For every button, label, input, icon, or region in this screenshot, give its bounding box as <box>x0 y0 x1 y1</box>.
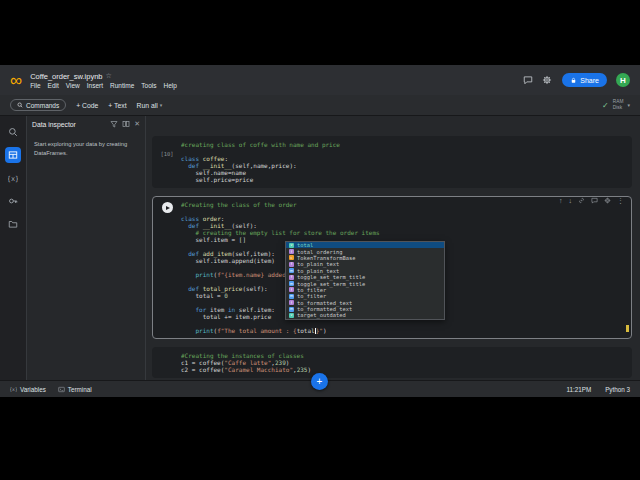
add-text-button[interactable]: + Text <box>108 102 126 109</box>
rail-item-secrets[interactable] <box>5 193 21 209</box>
completion-kind-icon: m <box>289 281 294 286</box>
menu-file[interactable]: File <box>30 82 40 89</box>
completion-kind-icon: c <box>289 255 294 260</box>
app-header: ∞ Coffe_order_sw.ipynb ☆ FileEditViewIns… <box>0 65 640 95</box>
resources-chevron-down-icon[interactable]: ▾ <box>627 102 630 108</box>
arrow-down-icon[interactable]: ↓ <box>569 197 573 204</box>
svg-text:{x}: {x} <box>8 175 18 183</box>
scroll-marker <box>626 325 629 332</box>
toolbar-right: ✓ RAM Disk ▾ <box>602 99 630 110</box>
close-panel-icon[interactable]: ✕ <box>134 120 140 128</box>
title-block: Coffe_order_sw.ipynb ☆ FileEditViewInser… <box>30 72 177 89</box>
clock-time: 11:21PM <box>566 386 591 393</box>
variable-inspector-icon: {x} <box>8 173 18 183</box>
left-rail: {x} <box>0 116 26 380</box>
code-cell-1[interactable]: [10]#creating class of coffe with name a… <box>152 136 632 188</box>
add-code-button[interactable]: + Code <box>76 102 98 109</box>
cell-gutter <box>153 352 181 373</box>
notebook-toolbar: Commands + Code + Text Run all ▾ ✓ RAM D… <box>0 95 640 116</box>
menu-help[interactable]: Help <box>163 82 176 89</box>
avatar[interactable]: H <box>616 73 630 87</box>
completion-kind-icon: f <box>289 300 294 305</box>
braces-icon: {x} <box>10 386 17 393</box>
cell-gutter: [10] <box>153 141 181 183</box>
menu-edit[interactable]: Edit <box>48 82 59 89</box>
rail-item-search[interactable] <box>5 124 21 140</box>
settings-gear-icon[interactable] <box>542 75 552 85</box>
run-all-button[interactable]: Run all ▾ <box>137 102 163 109</box>
code-editor[interactable]: #Creating the instances of classesc1 = c… <box>181 352 627 373</box>
completion-kind-icon: f <box>289 287 294 292</box>
menu-insert[interactable]: Insert <box>87 82 103 89</box>
data-inspector-panel: Data inspector ✕ Start exploring your da… <box>26 116 146 380</box>
notebook-title[interactable]: Coffe_order_sw.ipynb <box>30 72 102 81</box>
completion-kind-icon: m <box>289 307 294 312</box>
commands-button[interactable]: Commands <box>10 99 66 111</box>
resource-gauge[interactable]: RAM Disk <box>613 99 624 110</box>
rail-item-files[interactable] <box>5 216 21 232</box>
completion-kind-icon: m <box>289 268 294 273</box>
checkmark-icon: ✓ <box>602 101 609 110</box>
autocomplete-popup: vtotalftotal_orderingcTokenTransformBase… <box>285 241 445 320</box>
menu-tools[interactable]: Tools <box>141 82 156 89</box>
panel-empty-state: Start exploring your data by creating Da… <box>27 132 145 167</box>
cell-toolbar: ↑↓⋮ <box>559 197 624 204</box>
completion-kind-icon: v <box>289 243 294 248</box>
menu-bar: FileEditViewInsertRuntimeToolsHelp <box>30 82 177 89</box>
files-icon <box>8 219 18 229</box>
app-body: {x} Data inspector ✕ Start exploring you… <box>0 116 640 380</box>
rail-item-data-inspector[interactable] <box>5 147 21 163</box>
comment-icon[interactable] <box>591 197 598 204</box>
comment-icon[interactable] <box>523 75 533 85</box>
search-icon <box>17 102 23 108</box>
statusbar-right: 11:21PM Python 3 <box>566 386 630 393</box>
secrets-icon <box>8 196 18 206</box>
kernel-label[interactable]: Python 3 <box>605 386 630 393</box>
chevron-down-icon: ▾ <box>160 102 163 108</box>
completion-kind-icon: m <box>289 294 294 299</box>
cell-gutter <box>153 201 181 334</box>
filter-icon[interactable] <box>110 120 118 128</box>
search-icon <box>8 127 18 137</box>
completion-kind-icon: v <box>289 313 294 318</box>
completion-kind-icon: f <box>289 249 294 254</box>
svg-text:{x}: {x} <box>10 387 17 392</box>
star-icon[interactable]: ☆ <box>106 72 112 80</box>
completion-kind-icon: f <box>289 262 294 267</box>
autocomplete-item[interactable]: vtarget_outdated <box>286 312 444 318</box>
data-inspector-icon <box>8 150 18 160</box>
link-icon[interactable] <box>578 197 585 204</box>
rail-item-variable-inspector[interactable]: {x} <box>5 170 21 186</box>
screenshot-letterbox: ∞ Coffe_order_sw.ipynb ☆ FileEditViewIns… <box>0 0 640 480</box>
add-cell-fab[interactable]: + <box>311 373 328 390</box>
colab-window: ∞ Coffe_order_sw.ipynb ☆ FileEditViewIns… <box>0 65 640 397</box>
arrow-up-icon[interactable]: ↑ <box>559 197 563 204</box>
execution-count: [10] <box>160 151 173 157</box>
panel-header: Data inspector ✕ <box>27 116 145 132</box>
settings-icon[interactable] <box>604 197 611 204</box>
more-vert-icon[interactable]: ⋮ <box>617 197 624 204</box>
code-cell-3[interactable]: #Creating the instances of classesc1 = c… <box>152 347 632 378</box>
run-cell-button[interactable] <box>162 202 173 213</box>
disk-label: Disk <box>613 105 624 111</box>
panel-title: Data inspector <box>32 121 106 128</box>
lock-icon <box>570 77 577 84</box>
terminal-icon <box>58 386 65 393</box>
menu-runtime[interactable]: Runtime <box>110 82 134 89</box>
notebook-area: [10]#creating class of coffe with name a… <box>146 116 640 380</box>
play-icon <box>166 206 170 210</box>
variables-button[interactable]: {x} Variables <box>10 386 46 393</box>
columns-icon[interactable] <box>122 120 130 128</box>
terminal-button[interactable]: Terminal <box>58 386 92 393</box>
colab-logo-icon[interactable]: ∞ <box>10 72 22 89</box>
menu-view[interactable]: View <box>66 82 80 89</box>
completion-kind-icon: f <box>289 275 294 280</box>
code-editor[interactable]: #creating class of coffe with name and p… <box>181 141 627 183</box>
share-button[interactable]: Share <box>562 73 607 87</box>
